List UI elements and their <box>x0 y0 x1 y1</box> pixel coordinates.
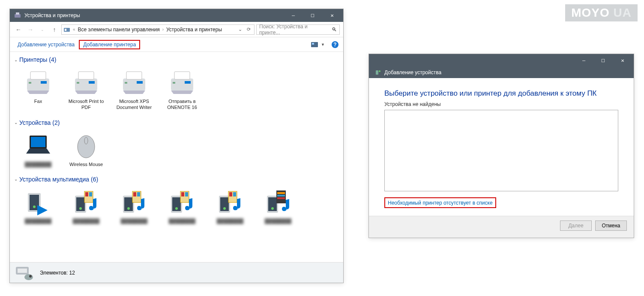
group-count: (6) <box>91 176 98 183</box>
minimize-button[interactable]: ─ <box>574 54 593 67</box>
minimize-button[interactable]: ─ <box>284 9 303 22</box>
svg-rect-20 <box>171 79 193 91</box>
chevron-down-icon: ⌄ <box>14 177 18 181</box>
svg-rect-25 <box>31 137 45 147</box>
svg-rect-43 <box>133 192 136 196</box>
search-input[interactable]: Поиск: Устройства и принте... 🔍︎ <box>256 24 340 35</box>
up-button[interactable]: ↑ <box>49 24 60 35</box>
control-panel-icon <box>63 26 70 33</box>
svg-rect-8 <box>27 79 49 91</box>
svg-rect-38 <box>89 192 92 196</box>
printer-not-listed-link[interactable]: Необходимый принтер отсутствует в списке <box>386 199 494 207</box>
toolbar: Добавление устройства Добавление принтер… <box>10 37 343 52</box>
svg-rect-44 <box>137 192 140 196</box>
add-device-button[interactable]: Добавление устройства <box>14 40 78 49</box>
help-button[interactable]: ? <box>331 41 339 48</box>
printer-item-pdf[interactable]: Microsoft Print to PDF <box>62 67 110 112</box>
media-item-6[interactable]: ████████ <box>254 187 302 226</box>
media-device-icon <box>264 189 292 216</box>
media-device-icon <box>120 189 148 216</box>
status-bar: Элементов: 12 <box>10 262 343 283</box>
view-options-button[interactable]: ▼ <box>309 40 327 49</box>
svg-rect-21 <box>174 72 190 79</box>
item-label: ████████ <box>25 161 51 167</box>
group-devices-header[interactable]: ⌄ Устройства (2) <box>14 117 339 128</box>
svg-rect-65 <box>18 269 27 273</box>
media-item-3[interactable]: ████████ <box>110 187 158 226</box>
printer-item-fax[interactable]: Fax <box>14 67 62 112</box>
svg-rect-55 <box>229 192 232 196</box>
breadcrumb-seg-1[interactable]: Все элементы панели управления <box>78 27 160 33</box>
dialog-heading: Выберите устройство или принтер для доба… <box>384 89 618 98</box>
dialog-message: Устройства не найдены <box>384 101 618 107</box>
dialog-buttons: Далее Отмена <box>369 216 634 235</box>
devices-printers-window: Устройства и принтеры ─ ☐ ✕ ← → ⌄ ↑ « Вс… <box>9 9 344 283</box>
media-device-icon <box>168 189 196 216</box>
svg-rect-50 <box>185 192 188 196</box>
media-item-2[interactable]: ████████ <box>62 187 110 226</box>
search-icon[interactable]: 🔍︎ <box>332 27 337 33</box>
svg-rect-12 <box>75 79 97 91</box>
item-label: ████████ <box>121 218 147 224</box>
media-item-1[interactable]: ████████ <box>14 187 62 226</box>
close-button[interactable]: ✕ <box>613 54 632 67</box>
media-item-5[interactable]: ████████ <box>206 187 254 226</box>
dialog-titlebar[interactable]: ─ ☐ ✕ <box>369 54 634 67</box>
cancel-button[interactable]: Отмена <box>595 220 627 231</box>
svg-rect-14 <box>89 81 95 84</box>
devices-printers-icon <box>14 12 21 19</box>
navigation-bar: ← → ⌄ ↑ « Все элементы панели управления… <box>10 22 343 37</box>
next-button[interactable]: Далее <box>560 220 592 231</box>
media-device-icon <box>72 189 100 216</box>
printer-item-xps[interactable]: Microsoft XPS Document Writer <box>110 67 158 112</box>
group-multimedia-header[interactable]: ⌄ Устройства мультимедиа (6) <box>14 173 339 184</box>
address-bar[interactable]: « Все элементы панели управления › Устро… <box>61 24 255 35</box>
content-area: ⌄ Принтеры (4) Fax Microsoft Print to PD… <box>10 52 343 262</box>
status-text: Элементов: 12 <box>40 270 75 276</box>
group-printers-header[interactable]: ⌄ Принтеры (4) <box>14 54 339 65</box>
maximize-button[interactable]: ☐ <box>593 54 613 67</box>
svg-text:?: ? <box>333 42 336 48</box>
highlight-box: Необходимый принтер отсутствует в списке <box>384 197 496 208</box>
back-button[interactable]: ← <box>13 24 24 35</box>
svg-rect-0 <box>15 14 21 18</box>
help-icon: ? <box>331 41 339 48</box>
forward-button[interactable]: → <box>25 24 36 35</box>
maximize-button[interactable]: ☐ <box>303 9 322 22</box>
svg-rect-61 <box>277 192 285 194</box>
media-item-4[interactable]: ████████ <box>158 187 206 226</box>
printer-item-onenote[interactable]: Отправить в ONENOTE 16 <box>158 67 206 112</box>
item-label: Wireless Mouse <box>69 161 103 167</box>
close-button[interactable]: ✕ <box>322 9 341 22</box>
printers-items: Fax Microsoft Print to PDF Microsoft XPS… <box>14 65 339 117</box>
history-dropdown[interactable]: ⌄ <box>37 24 48 35</box>
chevron-icon: « <box>73 27 75 32</box>
chevron-down-icon: ⌄ <box>14 57 18 62</box>
group-name: Устройства <box>19 119 51 126</box>
group-name: Принтеры <box>19 56 47 63</box>
item-label: Microsoft Print to PDF <box>65 98 108 111</box>
view-icon <box>311 41 320 48</box>
printer-icon <box>120 69 148 97</box>
svg-rect-11 <box>29 82 31 84</box>
breadcrumb-seg-2[interactable]: Устройства и принтеры <box>166 27 222 33</box>
svg-rect-18 <box>137 81 143 84</box>
item-label: ████████ <box>25 218 51 224</box>
chevron-down-icon: ⌄ <box>14 120 18 125</box>
group-count: (4) <box>49 56 56 63</box>
svg-rect-13 <box>78 72 94 79</box>
refresh-button[interactable]: ⟳ <box>245 27 252 32</box>
titlebar[interactable]: Устройства и принтеры ─ ☐ ✕ <box>10 9 343 22</box>
device-item-mouse[interactable]: Wireless Mouse <box>62 130 110 169</box>
window-title: Устройства и принтеры <box>24 12 284 18</box>
add-printer-button[interactable]: Добавление принтера <box>79 40 140 49</box>
item-label: ████████ <box>217 218 243 224</box>
svg-rect-5 <box>312 43 314 45</box>
device-list[interactable] <box>384 110 618 191</box>
svg-rect-19 <box>125 82 127 84</box>
address-dropdown[interactable]: ⌄ <box>236 27 244 32</box>
multimedia-items: ████████ ████████ ████████ ████████ ████… <box>14 184 339 230</box>
svg-rect-49 <box>181 192 184 196</box>
svg-rect-22 <box>185 81 191 84</box>
device-item-laptop[interactable]: ████████ <box>14 130 62 169</box>
